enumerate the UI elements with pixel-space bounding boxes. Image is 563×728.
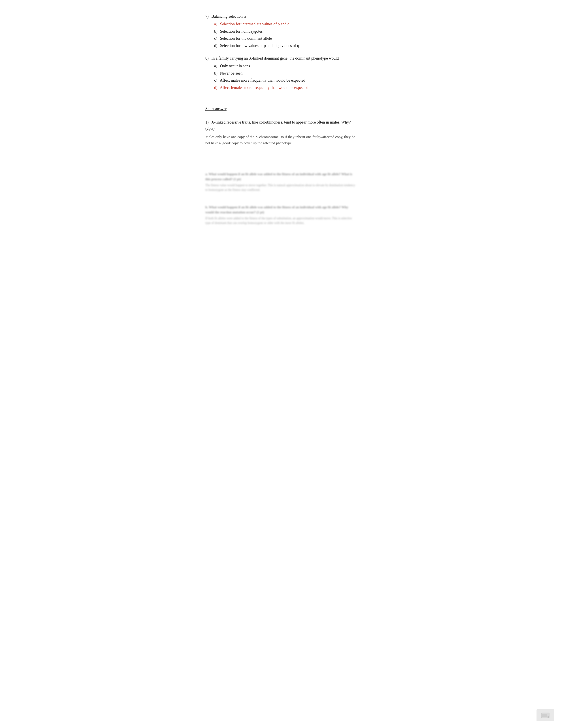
answer-7b-text: Selection for homozygotes <box>220 29 263 34</box>
short-q1-body: X-linked recessive traits, like colorbli… <box>205 120 351 131</box>
answer-7b: b) Selection for homozygotes <box>214 28 358 35</box>
question-7: 7) Balancing selection is a) Selection f… <box>205 13 358 49</box>
answer-7c-text: Selection for the dominant allele <box>220 36 272 41</box>
blurred-answer-a: The fitness value would happen to move t… <box>205 183 358 192</box>
blurred-question-b: b. What would happen if an fit allele wa… <box>205 205 358 215</box>
question-8: 8) In a family carrying an X-linked domi… <box>205 55 358 91</box>
answer-8d-label: d) <box>214 84 219 91</box>
answer-8b-label: b) <box>214 70 219 77</box>
blurred-question-a: a. What would happen if an fit allele wa… <box>205 172 358 182</box>
question-8-text: In a family carrying an X-linked dominan… <box>211 56 339 60</box>
answer-8c-text: Affect males more frequently than would … <box>220 78 305 83</box>
blurred-number <box>205 163 358 168</box>
answer-8b-text: Never be seen <box>220 71 242 75</box>
question-7-answers: a) Selection for intermediate values of … <box>214 21 358 49</box>
question-7-text: Balancing selection is <box>211 14 246 19</box>
answer-7c: c) Selection for the dominant allele <box>214 35 358 42</box>
question-8-title: 8) In a family carrying an X-linked domi… <box>205 55 358 62</box>
question-8-answers: a) Only occur in sons b) Never be seen c… <box>214 63 358 91</box>
short-answer-1-text: Males only have one copy of the X-chromo… <box>205 134 358 146</box>
answer-7d-text: Selection for low values of p and high v… <box>220 43 299 48</box>
short-q1-number: 1) <box>205 120 209 124</box>
question-8-number: 8) <box>205 56 209 60</box>
blurred-section-a: a. What would happen if an fit allele wa… <box>205 172 358 192</box>
answer-7b-label: b) <box>214 28 219 35</box>
answer-7a-label: a) <box>214 21 219 27</box>
answer-8c: c) Affect males more frequently than wou… <box>214 77 358 84</box>
blurred-answer-b: If both fit alleles were added to the fi… <box>205 216 358 225</box>
answer-7a: a) Selection for intermediate values of … <box>214 21 358 27</box>
answer-8a: a) Only occur in sons <box>214 63 358 69</box>
question-7-title: 7) Balancing selection is <box>205 13 358 20</box>
blurred-section-b: b. What would happen if an fit allele wa… <box>205 205 358 225</box>
answer-7d: d) Selection for low values of p and hig… <box>214 43 358 49</box>
answer-8d-text: Affect females more frequently than woul… <box>220 85 309 90</box>
answer-7a-text: Selection for intermediate values of p a… <box>220 22 290 26</box>
answer-8c-label: c) <box>214 77 219 84</box>
answer-8a-label: a) <box>214 63 219 69</box>
answer-8d: d) Affect females more frequently than w… <box>214 84 358 91</box>
short-answer-heading: Short-answer <box>205 106 358 112</box>
answer-7d-label: d) <box>214 43 219 49</box>
answer-8b: b) Never be seen <box>214 70 358 77</box>
short-question-1: 1) X-linked recessive traits, like color… <box>205 119 358 146</box>
answer-8a-text: Only occur in sons <box>220 64 250 68</box>
short-question-1-text: 1) X-linked recessive traits, like color… <box>205 119 358 132</box>
answer-7c-label: c) <box>214 35 219 42</box>
question-7-number: 7) <box>205 14 209 19</box>
